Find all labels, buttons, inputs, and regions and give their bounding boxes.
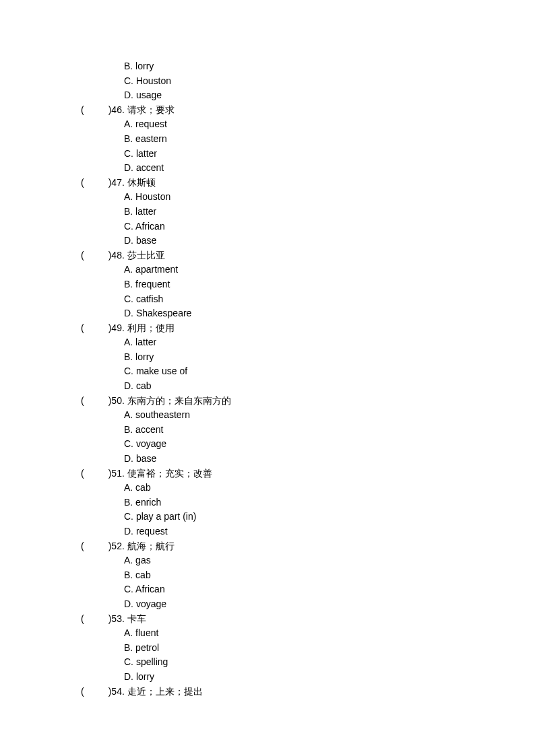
question-number: 46.: [111, 103, 124, 118]
option-text: A. apartment: [124, 263, 535, 277]
option-text: B. latter: [124, 205, 535, 219]
question-number: 49.: [111, 321, 124, 336]
option-text: A. latter: [124, 335, 535, 350]
question-header: ( ) 50. 东南方的；来自东南方的: [81, 394, 535, 409]
option-text: C. play a part (in): [124, 510, 535, 524]
question-number: 48.: [111, 248, 124, 263]
answer-blank-open[interactable]: (: [81, 248, 84, 263]
option-text: A. fluent: [124, 626, 535, 641]
option-text: B. enrich: [124, 495, 535, 510]
question-prompt: 使富裕；充实；改善: [127, 467, 212, 481]
option-text: A. Houston: [124, 190, 535, 205]
question-number: 51.: [111, 467, 124, 481]
question-prompt: 走近；上来；提出: [127, 685, 203, 699]
answer-blank-open[interactable]: (: [81, 467, 84, 481]
question-number: 54.: [111, 685, 124, 699]
question-header: ( ) 54. 走近；上来；提出: [81, 685, 535, 699]
question-block: ( ) 47. 休斯顿 A. Houston B. latter C. Afri…: [81, 176, 535, 248]
question-header: ( ) 47. 休斯顿: [81, 176, 535, 191]
option-text: C. spelling: [124, 655, 535, 670]
question-prompt: 利用；使用: [127, 321, 175, 336]
question-header: ( ) 53. 卡车: [81, 612, 535, 627]
answer-blank-open[interactable]: (: [81, 176, 84, 191]
question-prompt: 请求；要求: [127, 103, 175, 118]
option-text: D. usage: [124, 88, 535, 103]
quiz-content: B. lorry C. Houston D. usage ( ) 46. 请求；…: [81, 59, 535, 699]
question-header: ( ) 51. 使富裕；充实；改善: [81, 467, 535, 481]
option-text: D. lorry: [124, 670, 535, 685]
question-header: ( ) 52. 航海；航行: [81, 539, 535, 554]
question-header: ( ) 48. 莎士比亚: [81, 248, 535, 263]
option-text: A. gas: [124, 553, 535, 568]
option-text: D. base: [124, 452, 535, 467]
question-block: ( ) 52. 航海；航行 A. gas B. cab C. African D…: [81, 539, 535, 612]
answer-blank-open[interactable]: (: [81, 612, 84, 627]
option-text: A. request: [124, 117, 535, 132]
question-block: ( ) 54. 走近；上来；提出: [81, 685, 535, 699]
answer-blank-open[interactable]: (: [81, 539, 84, 554]
option-text: C. African: [124, 219, 535, 234]
option-text: B. cab: [124, 568, 535, 583]
option-text: C. make use of: [124, 364, 535, 379]
question-block: ( ) 50. 东南方的；来自东南方的 A. southeastern B. a…: [81, 394, 535, 467]
question-block: ( ) 49. 利用；使用 A. latter B. lorry C. make…: [81, 321, 535, 394]
question-header: ( ) 49. 利用；使用: [81, 321, 535, 336]
question-block: ( ) 53. 卡车 A. fluent B. petrol C. spelli…: [81, 612, 535, 685]
question-number: 53.: [111, 612, 124, 627]
option-text: B. frequent: [124, 277, 535, 292]
answer-blank-open[interactable]: (: [81, 321, 84, 336]
question-number: 47.: [111, 176, 124, 191]
option-text: B. petrol: [124, 641, 535, 656]
question-prompt: 休斯顿: [127, 176, 156, 191]
question-header: ( ) 46. 请求；要求: [81, 103, 535, 118]
option-text: D. base: [124, 234, 535, 248]
question-prompt: 航海；航行: [127, 539, 175, 554]
option-text: B. accent: [124, 423, 535, 438]
option-text: B. eastern: [124, 132, 535, 147]
option-text: D. voyage: [124, 597, 535, 612]
orphan-options-block: B. lorry C. Houston D. usage: [124, 59, 535, 103]
question-block: ( ) 46. 请求；要求 A. request B. eastern C. l…: [81, 103, 535, 176]
option-text: A. southeastern: [124, 408, 535, 423]
option-text: D. request: [124, 524, 535, 539]
option-text: C. African: [124, 582, 535, 597]
question-prompt: 莎士比亚: [127, 248, 165, 263]
option-text: C. Houston: [124, 74, 535, 89]
answer-blank-open[interactable]: (: [81, 394, 84, 409]
question-block: ( ) 48. 莎士比亚 A. apartment B. frequent C.…: [81, 248, 535, 321]
question-number: 52.: [111, 539, 124, 554]
question-prompt: 卡车: [127, 612, 146, 627]
option-text: B. lorry: [124, 59, 535, 74]
option-text: D. Shakespeare: [124, 306, 535, 321]
question-block: ( ) 51. 使富裕；充实；改善 A. cab B. enrich C. pl…: [81, 467, 535, 539]
answer-blank-open[interactable]: (: [81, 103, 84, 118]
answer-blank-open[interactable]: (: [81, 685, 84, 699]
option-text: C. voyage: [124, 437, 535, 452]
option-text: D. cab: [124, 379, 535, 394]
option-text: C. latter: [124, 147, 535, 162]
question-prompt: 东南方的；来自东南方的: [127, 394, 231, 409]
question-number: 50.: [111, 394, 124, 409]
option-text: A. cab: [124, 481, 535, 495]
option-text: B. lorry: [124, 350, 535, 365]
option-text: D. accent: [124, 161, 535, 176]
option-text: C. catfish: [124, 292, 535, 307]
